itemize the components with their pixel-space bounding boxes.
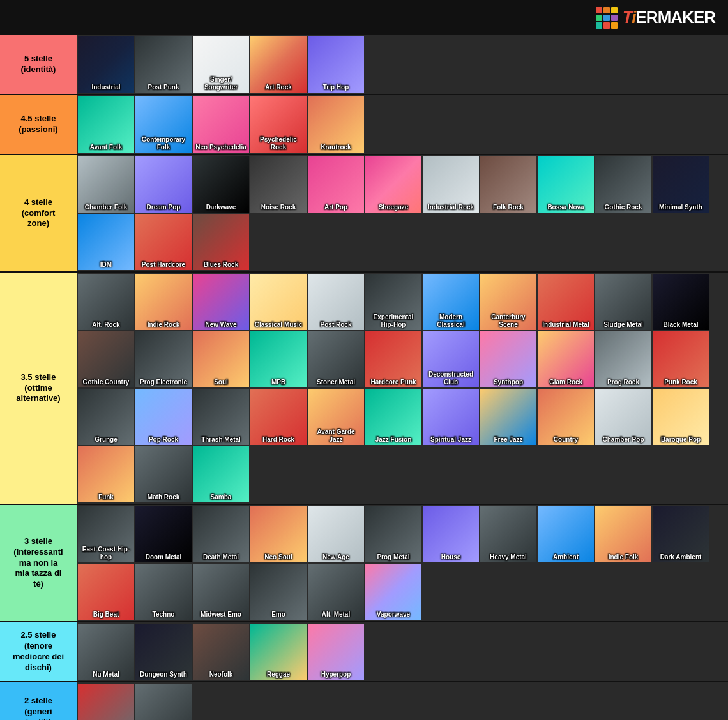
logo-cell bbox=[603, 15, 610, 21]
item-label: Neofolk bbox=[193, 670, 249, 680]
list-item[interactable]: Experimental Hip-Hop bbox=[365, 274, 421, 330]
list-item[interactable]: Post Rock bbox=[308, 274, 364, 330]
list-item[interactable]: Post Punk bbox=[135, 36, 192, 93]
list-item[interactable]: Shoegaze bbox=[365, 156, 421, 213]
list-item[interactable]: Prog Electronic bbox=[135, 331, 192, 387]
list-item[interactable]: Bossa Nova bbox=[538, 156, 594, 213]
list-item[interactable]: Nu Metal bbox=[78, 624, 134, 680]
tier-label-t25: 2.5 stelle (tenore mediocre dei dischi) bbox=[0, 622, 77, 681]
list-item[interactable]: Black Metal bbox=[653, 274, 709, 330]
list-item[interactable]: Death Metal bbox=[193, 506, 249, 562]
list-item[interactable]: Punk Rock bbox=[653, 331, 709, 387]
list-item[interactable]: Spiritual Jazz bbox=[423, 389, 479, 445]
list-item[interactable]: Blues Rock bbox=[193, 214, 249, 270]
list-item[interactable]: Sludge Metal bbox=[595, 274, 651, 330]
list-item[interactable]: Deconstructed Club bbox=[423, 331, 479, 387]
list-item[interactable]: Jazz Fusion bbox=[365, 389, 421, 445]
item-label: Industrial Metal bbox=[538, 320, 594, 330]
list-item[interactable]: Hyperpop bbox=[308, 624, 364, 680]
list-item[interactable]: Vaporwave bbox=[365, 564, 421, 620]
list-item[interactable]: Gothic Country bbox=[78, 331, 134, 387]
logo-cell bbox=[603, 7, 610, 13]
list-item[interactable]: Dungeon Synth bbox=[135, 624, 192, 680]
list-item[interactable]: Gothic Rock bbox=[595, 156, 651, 213]
item-label: Classical Music bbox=[250, 320, 307, 330]
list-item[interactable]: Ambient bbox=[538, 506, 594, 562]
list-item[interactable]: Industrial Metal bbox=[538, 274, 594, 330]
list-item[interactable]: Thrash Metal bbox=[193, 389, 249, 445]
list-item[interactable]: Art Pop bbox=[308, 156, 364, 213]
list-item[interactable]: Chamber Folk bbox=[78, 156, 134, 213]
list-item[interactable]: East-Coast Hip-hop bbox=[78, 506, 134, 562]
list-item[interactable]: Funk bbox=[78, 446, 134, 502]
item-label: Shoegaze bbox=[365, 202, 421, 213]
list-item[interactable]: Pop Rock bbox=[135, 389, 192, 445]
item-label: Funk bbox=[78, 492, 134, 502]
list-item[interactable]: Chamber Pop bbox=[595, 389, 651, 445]
list-item[interactable]: Industrial Rock bbox=[423, 156, 479, 213]
list-item[interactable]: New Wave bbox=[193, 274, 249, 330]
list-item[interactable]: Samba bbox=[193, 446, 249, 502]
list-item[interactable]: Dark Ambient bbox=[653, 506, 709, 562]
list-item[interactable]: Synthpop bbox=[480, 331, 536, 387]
list-item[interactable]: Midwest Emo bbox=[193, 564, 249, 620]
list-item[interactable]: House bbox=[423, 506, 479, 562]
list-item[interactable]: Indie Folk bbox=[595, 506, 651, 562]
item-label: Vaporwave bbox=[365, 610, 421, 620]
list-item[interactable]: Free Jazz bbox=[480, 389, 536, 445]
list-item[interactable]: Country bbox=[538, 389, 594, 445]
list-item[interactable]: Art Rock bbox=[250, 36, 307, 93]
list-item[interactable]: Neo Psychedelia bbox=[193, 96, 249, 153]
item-label: Noise Rock bbox=[250, 202, 307, 213]
list-item[interactable]: IDM bbox=[78, 214, 134, 270]
list-item[interactable]: Minimal Synth bbox=[653, 156, 709, 213]
list-item[interactable]: Darkwave bbox=[193, 156, 249, 213]
tier-label-t5: 5 stelle (identità) bbox=[0, 35, 77, 94]
list-item[interactable]: Contemporary Folk bbox=[135, 96, 192, 153]
list-item[interactable]: Krautrock bbox=[308, 96, 364, 153]
list-item[interactable]: Prog Rock bbox=[595, 331, 651, 387]
tier-label-t35: 3.5 stelle (ottime alternative) bbox=[0, 273, 77, 504]
list-item[interactable]: Trip Hop bbox=[308, 36, 364, 93]
list-item[interactable]: Alt. Metal bbox=[308, 564, 364, 620]
list-item[interactable]: Prog Metal bbox=[365, 506, 421, 562]
list-item[interactable]: MPB bbox=[250, 331, 307, 387]
list-item[interactable]: Soul bbox=[193, 331, 249, 387]
list-item[interactable]: Alt. Rock bbox=[78, 274, 134, 330]
list-item[interactable]: Math Rock bbox=[135, 446, 192, 502]
list-item[interactable]: Avant Folk bbox=[78, 96, 134, 153]
list-item[interactable]: Avant Garde Jazz bbox=[308, 389, 364, 445]
list-item[interactable]: Grunge bbox=[78, 389, 134, 445]
list-item[interactable]: Classical Music bbox=[250, 274, 307, 330]
list-item[interactable]: Post Grunge bbox=[135, 684, 192, 720]
list-item[interactable]: Techno bbox=[135, 564, 192, 620]
list-item[interactable]: Neofolk bbox=[193, 624, 249, 680]
list-item[interactable]: Baroque Pop bbox=[653, 389, 709, 445]
list-item[interactable]: Heavy Metal bbox=[480, 506, 536, 562]
list-item[interactable]: Post Hardcore bbox=[135, 214, 192, 270]
list-item[interactable]: Pop Punk bbox=[78, 684, 134, 720]
list-item[interactable]: Reggae bbox=[250, 624, 307, 680]
list-item[interactable]: Glam Rock bbox=[538, 331, 594, 387]
list-item[interactable]: Modern Classical bbox=[423, 274, 479, 330]
list-item[interactable]: Canterbury Scene bbox=[480, 274, 536, 330]
list-item[interactable]: Indie Rock bbox=[135, 274, 192, 330]
list-item[interactable]: Hard Rock bbox=[250, 389, 307, 445]
list-item[interactable]: Neo Soul bbox=[250, 506, 307, 562]
list-item[interactable]: Folk Rock bbox=[480, 156, 536, 213]
list-item[interactable]: Doom Metal bbox=[135, 506, 192, 562]
list-item[interactable]: Industrial bbox=[78, 36, 134, 93]
item-label: Death Metal bbox=[193, 552, 249, 562]
list-item[interactable]: Big Beat bbox=[78, 564, 134, 620]
list-item[interactable]: Singer/ Songwriter bbox=[193, 36, 249, 93]
list-item[interactable]: Hardcore Punk bbox=[365, 331, 421, 387]
list-item[interactable]: Noise Rock bbox=[250, 156, 307, 213]
list-item[interactable]: Stoner Metal bbox=[308, 331, 364, 387]
list-item[interactable]: Psychedelic Rock bbox=[250, 96, 307, 153]
list-item[interactable]: New Age bbox=[308, 506, 364, 562]
item-label: Indie Rock bbox=[135, 320, 192, 330]
tier-label-t3: 3 stelle (interessanti ma non la mia taz… bbox=[0, 505, 77, 621]
list-item[interactable]: Emo bbox=[250, 564, 307, 620]
list-item[interactable]: Dream Pop bbox=[135, 156, 192, 213]
logo-text: TiERMAKER bbox=[623, 8, 715, 27]
